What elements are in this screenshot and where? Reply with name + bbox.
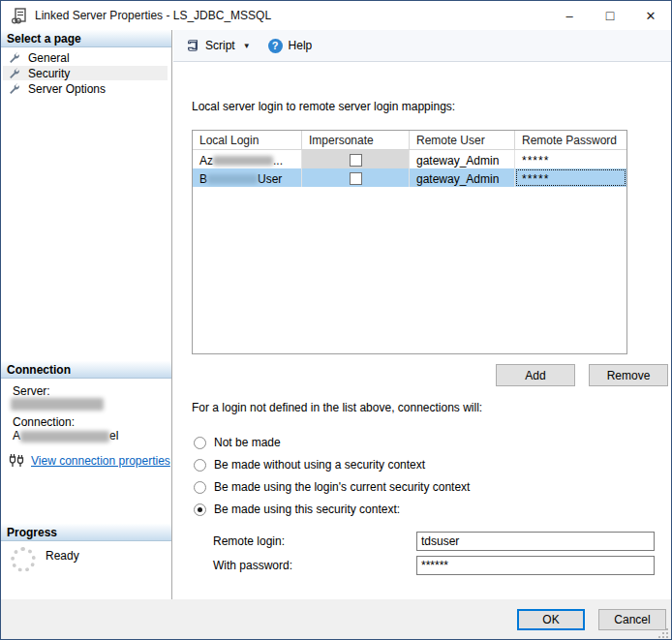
main-panel: Script ▼ ? Help Local server login to re… [173,30,672,599]
minimize-button[interactable]: – [549,1,590,30]
column-header-local-login[interactable]: Local Login [193,131,302,150]
chevron-down-icon[interactable]: ▼ [243,42,251,50]
wrench-icon [9,68,20,79]
table-row[interactable]: Az... gateway_Admin ***** [193,150,626,168]
help-button-label: Help [289,39,313,52]
radio-current-security-context[interactable]: Be made using the login's current securi… [194,480,470,494]
select-a-page-header: Select a page [1,30,171,47]
column-header-remote-user[interactable]: Remote User [410,131,515,150]
radio-icon[interactable] [194,437,206,449]
close-button[interactable]: ✕ [630,1,671,30]
progress-spinner-icon [11,547,36,572]
sidebar-item-label: Security [28,67,70,80]
window-title: Linked Server Properties - LS_JDBC_MSSQL [35,9,271,22]
sidebar-item-general[interactable]: General [3,50,168,65]
progress-status: Ready [46,549,79,563]
remote-password-cell[interactable]: ***** [515,168,626,187]
connection-value: Ael [13,429,118,442]
redacted-local-login [213,156,273,166]
impersonate-checkbox[interactable] [350,154,362,167]
local-login-cell[interactable]: Az... [193,150,302,168]
remove-button[interactable]: Remove [589,364,668,386]
server-label: Server: [13,384,50,398]
view-connection-properties-link[interactable]: View connection properties [31,454,170,468]
remote-password-cell[interactable]: ***** [515,150,626,168]
mappings-label: Local server login to remote server logi… [192,100,455,113]
table-row-selected[interactable]: BUser gateway_Admin ***** [193,168,626,187]
table-header-row: Local Login Impersonate Remote User Remo… [193,131,626,150]
help-icon: ? [268,39,283,53]
linked-server-icon [11,8,27,24]
with-password-input[interactable] [416,556,655,575]
remote-login-input[interactable] [416,532,655,551]
impersonate-checkbox[interactable] [350,172,362,185]
help-button[interactable]: ? Help [263,34,318,57]
sidebar-item-security[interactable]: Security [3,66,168,80]
ok-button[interactable]: OK [517,609,585,630]
remote-user-cell[interactable]: gateway_Admin [410,150,515,168]
maximize-button[interactable]: □ [590,1,630,30]
linked-server-properties-dialog: Linked Server Properties - LS_JDBC_MSSQL… [0,0,672,640]
sidebar-item-label: General [28,51,70,65]
sidebar: Select a page General Security Server Op… [1,30,172,599]
radio-without-security-context[interactable]: Be made without using a security context [194,458,425,472]
remote-login-label: Remote login: [213,534,285,548]
redacted-server-value [11,398,104,411]
impersonate-cell[interactable] [302,168,410,187]
progress-header: Progress [1,524,171,541]
toolbar: Script ▼ ? Help [173,30,672,62]
radio-not-be-made[interactable]: Not be made [194,436,281,449]
script-icon [186,39,199,52]
connection-label: Connection: [13,415,75,429]
remote-user-cell[interactable]: gateway_Admin [410,168,515,187]
column-header-impersonate[interactable]: Impersonate [302,131,410,150]
wrench-icon [9,83,20,95]
column-header-remote-password[interactable]: Remote Password [515,131,626,150]
footer: OK Cancel [1,599,671,640]
impersonate-cell[interactable] [302,150,410,168]
resize-grip[interactable] [657,626,668,638]
connection-header: Connection [1,361,171,379]
radio-icon-selected[interactable] [194,503,206,516]
sidebar-item-label: Server Options [28,82,106,96]
sidebar-item-server-options[interactable]: Server Options [3,81,168,96]
radio-group-label: For a login not defined in the list abov… [192,401,482,414]
radio-this-security-context[interactable]: Be made using this security context: [194,503,400,516]
script-button[interactable]: Script ▼ [181,34,256,57]
redacted-connection-value [20,431,109,442]
with-password-label: With password: [213,559,292,572]
titlebar: Linked Server Properties - LS_JDBC_MSSQL… [1,1,671,30]
connection-properties-icon [9,453,25,468]
script-button-label: Script [205,39,235,52]
radio-icon[interactable] [194,481,206,494]
login-mappings-table[interactable]: Local Login Impersonate Remote User Remo… [192,130,627,354]
local-login-cell[interactable]: BUser [193,168,302,187]
wrench-icon [9,52,20,64]
radio-icon[interactable] [194,459,206,472]
redacted-local-login [207,174,258,184]
add-button[interactable]: Add [496,364,575,386]
